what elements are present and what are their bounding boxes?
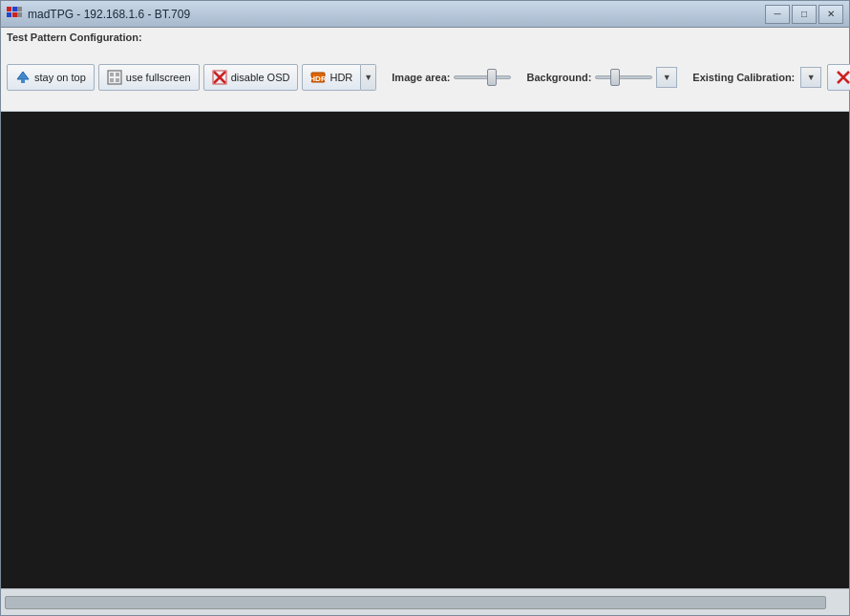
- disable-osd-icon: [212, 70, 227, 85]
- status-progress-bar: [5, 596, 826, 609]
- config-label: Test Pattern Configuration:: [7, 32, 142, 43]
- image-area-slider-container: [454, 75, 511, 79]
- svg-rect-5: [17, 12, 22, 17]
- svg-rect-12: [116, 78, 119, 82]
- stay-on-top-icon: [15, 70, 31, 85]
- svg-text:HDR: HDR: [310, 74, 326, 83]
- svg-rect-11: [110, 78, 114, 82]
- svg-rect-2: [7, 12, 11, 17]
- background-section: Background: ▼: [526, 67, 677, 88]
- close-button[interactable]: ✕: [818, 5, 843, 24]
- svg-rect-9: [110, 73, 114, 76]
- disable-osd-label: disable OSD: [231, 72, 290, 83]
- hdr-icon: HDR: [310, 70, 326, 85]
- use-fullscreen-label: use fullscreen: [126, 72, 191, 83]
- minimize-button[interactable]: ─: [765, 5, 790, 24]
- title-bar: madTPG - 192.168.1.6 - BT.709 ─ □ ✕: [1, 1, 849, 28]
- main-display-area: [1, 112, 849, 588]
- main-window: madTPG - 192.168.1.6 - BT.709 ─ □ ✕ Test…: [0, 0, 850, 616]
- existing-calibration-dropdown[interactable]: ▼: [800, 67, 821, 88]
- svg-rect-3: [12, 12, 17, 17]
- disable-osd-button[interactable]: disable OSD: [203, 64, 299, 91]
- background-slider[interactable]: [595, 75, 652, 79]
- hdr-label: HDR: [329, 72, 352, 83]
- fullscreen-icon: [107, 70, 122, 85]
- background-slider-container: [595, 75, 652, 79]
- existing-calibration-label: Existing Calibration:: [692, 72, 795, 83]
- status-bar: [1, 588, 849, 615]
- toolbar: Test Pattern Configuration: stay on top: [1, 28, 849, 112]
- disable-videoluts-button[interactable]: disable VideoLUTs: [827, 64, 850, 91]
- use-fullscreen-button[interactable]: use fullscreen: [98, 64, 200, 91]
- background-label: Background:: [526, 72, 591, 83]
- hdr-button[interactable]: HDR HDR: [302, 64, 361, 91]
- stay-on-top-button[interactable]: stay on top: [7, 64, 95, 91]
- toolbar-buttons: stay on top use fullscreen: [7, 47, 843, 107]
- image-area-slider[interactable]: [454, 75, 511, 79]
- image-area-section: Image area:: [392, 72, 511, 83]
- hdr-button-group: HDR HDR ▼: [302, 64, 376, 91]
- disable-videoluts-icon: [836, 70, 850, 85]
- existing-calibration-section: Existing Calibration: ▼ disable VideoLUT…: [692, 64, 850, 91]
- svg-marker-6: [17, 72, 29, 79]
- background-dropdown-button[interactable]: ▼: [656, 67, 677, 88]
- svg-rect-10: [116, 73, 119, 76]
- window-title: madTPG - 192.168.1.6 - BT.709: [28, 8, 765, 21]
- svg-rect-7: [21, 79, 25, 83]
- hdr-dropdown-button[interactable]: ▼: [361, 64, 376, 91]
- svg-rect-1: [12, 7, 17, 11]
- maximize-button[interactable]: □: [792, 5, 817, 24]
- image-area-label: Image area:: [392, 72, 450, 83]
- svg-rect-4: [17, 7, 22, 11]
- stay-on-top-label: stay on top: [34, 72, 86, 83]
- svg-rect-0: [7, 7, 11, 11]
- window-controls: ─ □ ✕: [765, 5, 843, 24]
- app-icon: [7, 7, 22, 22]
